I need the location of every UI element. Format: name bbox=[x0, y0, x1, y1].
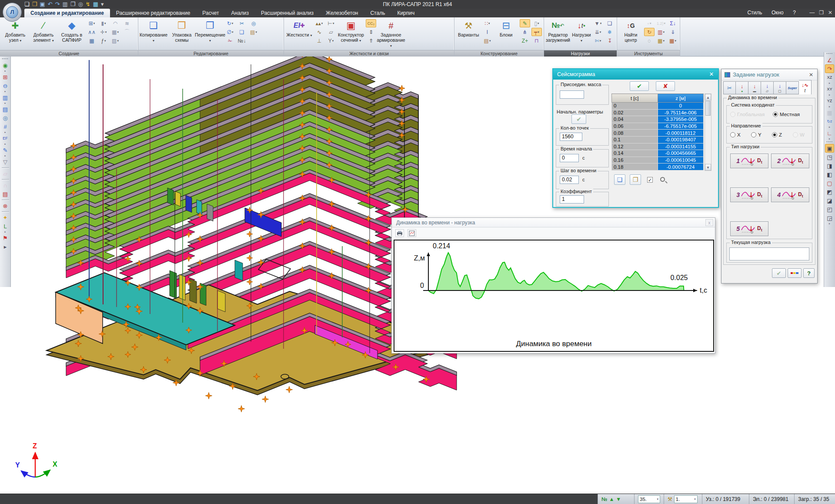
t-cell[interactable]: 0.16 bbox=[612, 157, 658, 164]
z-cell[interactable]: -9.75114e-006 bbox=[658, 109, 704, 116]
radio-z[interactable]: Z bbox=[772, 132, 782, 138]
t-cell[interactable]: 0.08 bbox=[612, 130, 658, 137]
cube-front-icon[interactable]: ◪ bbox=[825, 196, 834, 205]
panel-apply-button[interactable]: ✔ bbox=[772, 268, 786, 278]
ground-load-icon[interactable]: ⇊▾ bbox=[593, 28, 603, 36]
load-number-icon[interactable]: № bbox=[601, 496, 607, 502]
close-button[interactable]: ✕ bbox=[828, 10, 832, 16]
fxy-surface-icon[interactable]: ƒ▾ bbox=[98, 37, 109, 45]
load-type-1-button[interactable]: 1Dt bbox=[730, 154, 768, 168]
supports-icon[interactable]: ▴▴▾ bbox=[314, 19, 324, 27]
table-zoom-icon[interactable] bbox=[660, 177, 665, 182]
snowflake-load-icon[interactable]: ❄ bbox=[605, 28, 615, 36]
load-type-3-button[interactable]: 3Dt bbox=[730, 187, 768, 202]
surface-generator-icon[interactable]: ≋ bbox=[122, 19, 132, 27]
grid-generator-icon[interactable]: ▦▾ bbox=[110, 28, 120, 36]
building-generator-icon[interactable]: ▦ bbox=[87, 37, 97, 45]
ribbon-tab-6[interactable]: Сталь bbox=[364, 9, 391, 17]
scroll-down-icon[interactable]: ▼ bbox=[705, 164, 711, 170]
proj-yz-icon[interactable]: YZ bbox=[825, 97, 834, 105]
pack-down-icon[interactable]: ⇓ bbox=[668, 28, 678, 36]
t-grid-icon[interactable]: ▦▾ bbox=[668, 37, 678, 45]
dome-generator-icon[interactable]: ◠ bbox=[110, 19, 120, 27]
proj-xy-icon[interactable]: XY bbox=[825, 85, 834, 93]
weight-load-icon[interactable]: ▼▾ bbox=[593, 19, 603, 27]
rotate-tool-icon[interactable]: ↻ bbox=[644, 28, 655, 36]
load-tab-node-load[interactable]: ↓● bbox=[736, 81, 748, 94]
minimize-button[interactable]: — bbox=[809, 10, 815, 16]
copy-table-icon[interactable]: ❏ bbox=[614, 174, 625, 185]
cut-load-icon[interactable]: ✄▾ bbox=[593, 37, 603, 45]
cancel-button[interactable]: ✘ bbox=[656, 81, 675, 91]
load-type-4-button[interactable]: 4Dt bbox=[771, 187, 809, 202]
magnify-rotate-icon[interactable]: ◌ bbox=[644, 37, 655, 45]
proj-xz-icon[interactable]: XZ bbox=[825, 73, 834, 82]
t-cell[interactable]: 0.1 bbox=[612, 136, 658, 143]
stiffness-button[interactable]: EI✚Жесткости ▾ bbox=[286, 18, 313, 50]
select-pointer-icon[interactable]: ◉ bbox=[1, 61, 10, 70]
select-pencil-icon[interactable]: ✎ bbox=[1, 146, 10, 154]
z-cell[interactable]: -3.37955e-005 bbox=[658, 116, 704, 123]
help-menu[interactable]: ? ▾ bbox=[793, 10, 799, 16]
filter-icon[interactable]: ▽ bbox=[1, 157, 10, 166]
load-tab-dynamic-load[interactable]: ↓∿t bbox=[799, 80, 812, 94]
select-ef-icon[interactable]: EF bbox=[1, 134, 10, 143]
move-button[interactable]: ❐Перемещение ▾ bbox=[197, 18, 224, 50]
flashlight-icon[interactable]: ✦ bbox=[1, 213, 10, 222]
z-cell[interactable]: 0 bbox=[658, 103, 704, 110]
pack-scheme-button[interactable]: ❒Упаковкасхемы bbox=[168, 18, 195, 50]
window-menu-item[interactable]: Окно ▾ bbox=[772, 10, 787, 16]
cube-top-icon[interactable]: ◳ bbox=[825, 153, 834, 161]
load-tab-solid-load[interactable]: ↓▢ bbox=[774, 81, 786, 94]
rod-link-icon[interactable]: ⊢▾ bbox=[326, 19, 336, 27]
radio-w[interactable]: W bbox=[793, 132, 805, 138]
t-cell[interactable]: 0.14 bbox=[612, 150, 658, 157]
wires-icon[interactable]: ⋔ bbox=[520, 28, 530, 36]
t-slab-icon[interactable]: ┯▾ bbox=[531, 28, 542, 36]
ribbon-tab-4[interactable]: Расширенный анализ bbox=[255, 9, 320, 17]
renumber-icon[interactable]: №↓ bbox=[237, 37, 247, 45]
paste-table-icon[interactable]: ❒ bbox=[630, 174, 641, 185]
select-grid-icon[interactable]: # bbox=[1, 122, 10, 131]
plate-link-icon[interactable]: ▱ bbox=[326, 28, 336, 36]
rotation-body-generator-icon[interactable]: ▮▾ bbox=[98, 19, 109, 27]
wye-link-icon[interactable]: Y▾ bbox=[326, 37, 336, 45]
jack-icon[interactable]: ⇑ bbox=[366, 37, 376, 45]
cube-bottom-icon[interactable]: ◰ bbox=[825, 205, 834, 214]
t-cell[interactable]: 0.04 bbox=[612, 116, 658, 123]
add-element-button[interactable]: ∕Добавитьэлемент ▾ bbox=[30, 18, 57, 50]
next-load-icon[interactable]: ▼ bbox=[616, 496, 621, 502]
zoom-reset-icon[interactable]: ⊗ bbox=[1, 201, 10, 210]
dash-select-icon[interactable]: ▫▾ bbox=[644, 19, 655, 27]
create-sapphire-button[interactable]: ◆Создать вСАПФИР bbox=[58, 18, 85, 50]
brick-icon[interactable]: ▤▾ bbox=[482, 37, 493, 45]
t-cell[interactable]: 0 bbox=[612, 103, 658, 110]
ribbon-tab-0[interactable]: Создание и редактирование bbox=[24, 9, 110, 17]
cc2-icon[interactable]: СС₂ bbox=[366, 19, 376, 27]
cube-frame-icon[interactable]: ▢ bbox=[825, 179, 834, 187]
style-menu[interactable]: Стиль ▾ bbox=[747, 10, 765, 16]
column-section-icon[interactable]: ▯▾ bbox=[531, 19, 542, 27]
find-center-button[interactable]: ↕GНайтицентр bbox=[619, 18, 643, 50]
panel-colorscale-button[interactable] bbox=[788, 268, 802, 278]
chart-settings-icon[interactable] bbox=[407, 229, 416, 237]
apply-button[interactable]: ✔ bbox=[630, 81, 649, 91]
c-grid-icon[interactable]: ▦▾ bbox=[656, 37, 666, 45]
steel-beam-icon[interactable]: I bbox=[482, 28, 493, 36]
temperature-load-icon[interactable]: ↧ bbox=[605, 37, 615, 45]
ribbon-tab-3[interactable]: Анализ bbox=[225, 9, 255, 17]
beam-f-icon[interactable]: ⊓ bbox=[531, 37, 542, 45]
numbering-icon[interactable]: 1.2)▾ bbox=[656, 19, 666, 27]
spin-z-icon[interactable]: ↻z bbox=[825, 117, 834, 126]
measure-l-icon[interactable]: L bbox=[1, 222, 10, 230]
table-checkbox[interactable]: ✓ bbox=[647, 177, 653, 183]
restore-button[interactable]: ❐ bbox=[819, 10, 824, 16]
column-z-header[interactable]: z [м] bbox=[658, 94, 704, 103]
variants-button[interactable]: ⚒Варианты bbox=[456, 18, 481, 50]
hammer-icon[interactable]: ⚒ bbox=[668, 496, 672, 502]
loads-button[interactable]: ↓t●Нагрузки ▾ bbox=[571, 18, 591, 50]
frame-ghost-icon[interactable]: ▱ bbox=[1, 169, 10, 178]
current-load-box[interactable] bbox=[729, 247, 809, 260]
column-t-header[interactable]: t [c] bbox=[612, 94, 658, 103]
select-vstripes-icon[interactable]: ▥ bbox=[1, 93, 10, 102]
